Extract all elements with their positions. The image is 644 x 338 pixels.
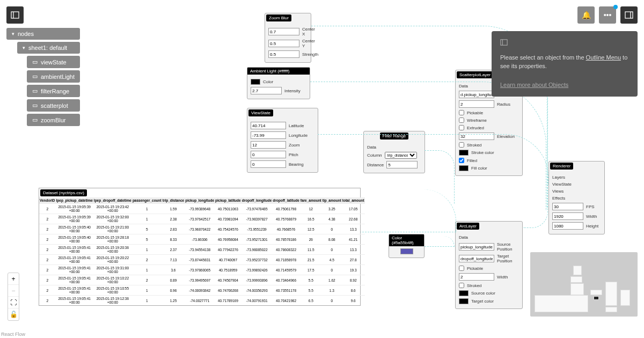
table-row: 22015-01-15 19:05:39 +00:002015-01-15 19… bbox=[39, 204, 365, 214]
cell: 8.08 bbox=[322, 234, 342, 245]
field-label: Target Position bbox=[497, 254, 519, 263]
cell: 3.6 bbox=[162, 265, 185, 275]
field-label: Width bbox=[586, 214, 597, 219]
field-label: Target color bbox=[471, 299, 494, 304]
dataset-table: VendorIDlpep_pickup_datetimelpep_dropoff… bbox=[39, 197, 365, 305]
fullscreen-button[interactable]: ⛶ bbox=[8, 297, 19, 308]
render-width-input[interactable] bbox=[552, 212, 583, 220]
node-filterrange[interactable]: Filter Range Data Columntrip_distance Di… bbox=[363, 131, 425, 173]
target-color-swatch[interactable] bbox=[459, 298, 469, 304]
cell: -73.86306 bbox=[185, 234, 215, 245]
learn-more-link[interactable]: Learn more about Objects bbox=[500, 80, 629, 90]
properties-toggle-button[interactable] bbox=[620, 6, 638, 24]
color-swatch[interactable] bbox=[251, 79, 260, 85]
cell: -73.97642517 bbox=[185, 214, 215, 224]
distance-input[interactable] bbox=[386, 161, 418, 168]
pickable-checkbox[interactable] bbox=[459, 266, 464, 271]
target-pos-input[interactable] bbox=[459, 255, 494, 262]
tree-node-root[interactable]: ▾nodes bbox=[6, 28, 80, 40]
latitude-input[interactable] bbox=[251, 122, 286, 129]
field-label: Intensity bbox=[284, 89, 301, 93]
top-toolbar: 🔔 ••• bbox=[577, 6, 638, 24]
fps-input[interactable] bbox=[552, 203, 583, 210]
cell: 5 bbox=[132, 224, 162, 234]
svg-rect-4 bbox=[501, 40, 507, 46]
minimap[interactable] bbox=[530, 252, 638, 317]
render-height-input[interactable] bbox=[552, 222, 583, 230]
cell: -73.99993896 bbox=[241, 275, 273, 285]
cell: 1 bbox=[132, 296, 162, 306]
width-input[interactable] bbox=[459, 273, 494, 281]
node-zoomblur[interactable]: Zoom Blur Center X Center Y Strength bbox=[265, 13, 311, 63]
cell: -73.94554138 bbox=[185, 245, 215, 255]
node-renderer[interactable]: Renderer Layers ViewState Views Effects … bbox=[548, 161, 605, 234]
column-select[interactable]: trip_distance bbox=[385, 152, 417, 159]
fill-color-swatch[interactable] bbox=[459, 165, 469, 171]
centery-input[interactable] bbox=[268, 40, 299, 47]
badge-dot bbox=[613, 5, 618, 9]
tree-node-sheet[interactable]: ▾sheet1: default bbox=[17, 42, 80, 54]
filled-checkbox[interactable] bbox=[459, 158, 464, 163]
stroked-checkbox[interactable] bbox=[459, 283, 464, 288]
cell: -73.99495697 bbox=[185, 275, 215, 285]
node-title: Filter Range bbox=[380, 133, 409, 139]
bearing-input[interactable] bbox=[251, 160, 286, 168]
node-icon: ▭ bbox=[32, 116, 38, 123]
table-row: 22015-01-15 19:05:41 +00:002015-01-15 19… bbox=[39, 265, 365, 275]
longitude-input[interactable] bbox=[251, 131, 286, 139]
color-swatch[interactable] bbox=[400, 248, 413, 254]
cell: 0 bbox=[322, 296, 342, 306]
stroke-color-swatch[interactable] bbox=[459, 150, 469, 156]
tree-node-filterrange[interactable]: ▭filterRange bbox=[27, 85, 80, 97]
cell: -74.00093842 bbox=[185, 285, 215, 296]
node-ambientlight[interactable]: Ambient Light (#ffffff) Color Intensity bbox=[247, 67, 310, 99]
stroked-checkbox[interactable] bbox=[459, 142, 464, 148]
node-dataset[interactable]: Dataset (nyctrips.csv) VendorIDlpep_pick… bbox=[39, 188, 361, 306]
strength-input[interactable] bbox=[268, 50, 299, 58]
zoom-out-button[interactable]: − bbox=[8, 285, 19, 297]
cell: 40.73464966 bbox=[272, 275, 299, 285]
cell: 40.7668576 bbox=[272, 224, 299, 234]
notifications-button[interactable]: 🔔 bbox=[577, 6, 595, 24]
zoom-in-button[interactable]: + bbox=[8, 273, 19, 285]
source-pos-input[interactable] bbox=[459, 243, 494, 251]
tree-node-ambientlight[interactable]: ▭ambientLight bbox=[27, 70, 80, 83]
centerx-input[interactable] bbox=[268, 28, 299, 35]
tree-node-viewstate[interactable]: ▭viewState bbox=[27, 56, 80, 68]
panel-icon bbox=[11, 11, 19, 19]
intensity-input[interactable] bbox=[251, 87, 282, 94]
radius-input[interactable] bbox=[459, 100, 494, 108]
cell: 2015-01-15 19:12:36 +00:00 bbox=[93, 296, 132, 306]
extruded-checkbox[interactable] bbox=[459, 125, 464, 130]
lock-button[interactable]: 🔓 bbox=[8, 308, 19, 320]
node-title: Dataset (nyctrips.csv) bbox=[40, 189, 87, 196]
elevation-input[interactable] bbox=[459, 133, 494, 140]
node-color[interactable]: Color (#5a55b4ff) bbox=[389, 234, 425, 258]
cell: 1.3 bbox=[322, 285, 342, 296]
node-arclayer[interactable]: ArcLayer Data Source Position Target Pos… bbox=[455, 221, 523, 309]
cell: 5.5 bbox=[300, 275, 322, 285]
outline-toggle-button[interactable] bbox=[6, 6, 24, 24]
field-label: Latitude bbox=[289, 123, 304, 128]
cell: 21.5 bbox=[300, 255, 322, 265]
table-row: 22015-01-15 19:05:41 +00:002015-01-15 19… bbox=[39, 255, 365, 265]
cell: 2 bbox=[39, 245, 56, 255]
source-color-swatch[interactable] bbox=[459, 290, 469, 296]
pitch-input[interactable] bbox=[251, 151, 286, 158]
field-label: Pickable bbox=[467, 266, 483, 271]
more-button[interactable]: ••• bbox=[599, 6, 616, 24]
outline-menu-link[interactable]: Outline Menu bbox=[586, 54, 621, 61]
cell: 2015-01-15 19:28:18 +00:00 bbox=[93, 234, 132, 245]
table-row: 22015-01-15 19:05:41 +00:002015-01-15 19… bbox=[39, 296, 365, 306]
node-icon: ▭ bbox=[32, 87, 38, 94]
cell: 2 bbox=[39, 255, 56, 265]
node-viewstate[interactable]: ViewState Latitude Longitude Zoom Pitch … bbox=[247, 108, 318, 173]
tree-node-zoomblur[interactable]: ▭zoomBlur bbox=[27, 114, 80, 126]
position-input[interactable] bbox=[459, 91, 494, 98]
tree-node-scatterplot[interactable]: ▭scatterplot bbox=[27, 99, 80, 112]
zoom-input[interactable] bbox=[251, 141, 286, 149]
cell: 19.3 bbox=[342, 265, 365, 275]
wireframe-checkbox[interactable] bbox=[459, 117, 464, 123]
field-label: Fill color bbox=[471, 166, 487, 171]
pickable-checkbox[interactable] bbox=[459, 110, 464, 115]
